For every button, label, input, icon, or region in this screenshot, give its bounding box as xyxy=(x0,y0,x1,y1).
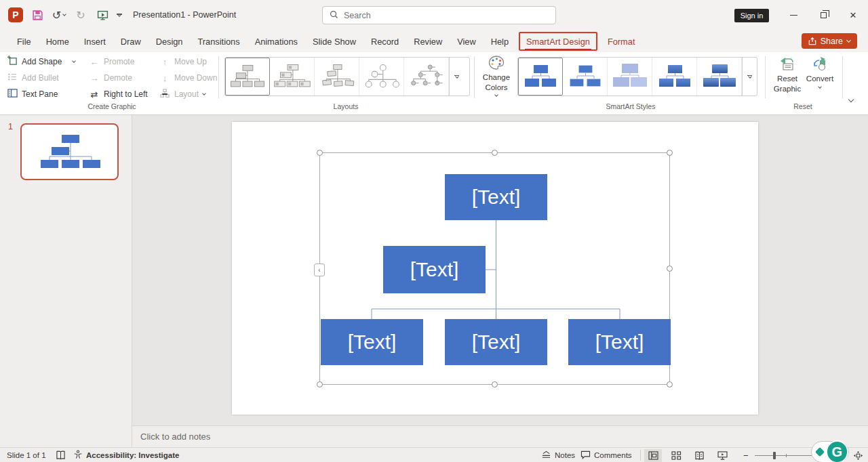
slide-show-view-button[interactable] xyxy=(713,449,731,462)
start-from-beginning-icon[interactable] xyxy=(95,7,110,22)
notes-placeholder: Click to add notes xyxy=(140,432,210,442)
text-pane-button[interactable]: Text Pane xyxy=(7,87,58,102)
redo-icon[interactable]: ↻ xyxy=(73,7,88,22)
demote-icon: → xyxy=(89,73,100,83)
org-node-assistant[interactable]: [Text] xyxy=(383,246,486,293)
style-option-white-outline[interactable] xyxy=(563,58,608,96)
resize-handle-bottom-center[interactable] xyxy=(492,381,498,387)
search-input[interactable] xyxy=(344,11,534,20)
resize-handle-bottom-left[interactable] xyxy=(317,381,323,387)
right-to-left-button[interactable]: ⇄ Right to Left xyxy=(89,87,148,102)
resize-handle-top-center[interactable] xyxy=(492,150,498,156)
text-pane-icon xyxy=(7,88,18,100)
layouts-gallery xyxy=(224,57,470,96)
tab-home[interactable]: Home xyxy=(39,33,77,51)
tab-insert[interactable]: Insert xyxy=(77,33,113,51)
comments-button[interactable]: Comments xyxy=(580,448,632,462)
resize-handle-top-right[interactable] xyxy=(667,150,673,156)
tab-review[interactable]: Review xyxy=(406,33,450,51)
slide-thumbnail-1[interactable] xyxy=(20,123,119,180)
normal-view-button[interactable] xyxy=(644,449,662,462)
powerpoint-app-icon[interactable]: P xyxy=(8,7,23,22)
spell-check-icon[interactable] xyxy=(56,448,66,462)
ribbon-tab-row: File Home Insert Draw Design Transitions… xyxy=(0,30,868,52)
layout-option-circle-org-chart[interactable] xyxy=(359,58,404,96)
org-node-top[interactable]: [Text] xyxy=(445,174,547,220)
layouts-more-button[interactable] xyxy=(449,58,464,96)
collapse-ribbon-icon[interactable] xyxy=(848,97,854,102)
tab-slide-show[interactable]: Slide Show xyxy=(305,33,363,51)
smartart-styles-more-button[interactable] xyxy=(742,58,757,96)
grammarly-widget[interactable]: G xyxy=(811,441,849,462)
convert-button[interactable]: Convert xyxy=(803,56,837,88)
layout-button[interactable]: Layout xyxy=(159,87,205,102)
add-shape-button[interactable]: Add Shape xyxy=(7,54,75,69)
org-node-bottom-left[interactable]: [Text] xyxy=(321,319,423,365)
annotation-highlight-box: SmartArt Design xyxy=(519,32,597,51)
layout-option-org-chart[interactable] xyxy=(225,58,270,96)
slide-number: 1 xyxy=(8,122,13,131)
sign-in-button[interactable]: Sign in xyxy=(734,9,769,22)
group-label-smartart-styles: SmartArt Styles xyxy=(583,102,678,110)
tab-view[interactable]: View xyxy=(450,33,484,51)
slide-canvas[interactable]: [Text] [Text] [Text] [Text] [Text] ‹ xyxy=(232,122,758,415)
tab-smartart-design[interactable]: SmartArt Design xyxy=(525,35,591,50)
add-bullet-icon xyxy=(7,72,18,84)
zoom-slider-thumb[interactable] xyxy=(773,452,776,459)
tab-format[interactable]: Format xyxy=(600,33,643,51)
tab-transitions[interactable]: Transitions xyxy=(191,33,248,51)
reading-view-button[interactable] xyxy=(690,449,708,462)
promote-button[interactable]: ← Promote xyxy=(89,54,134,69)
smartart-selection-frame[interactable]: [Text] [Text] [Text] [Text] [Text] ‹ xyxy=(319,152,670,385)
layout-option-picture-org-chart[interactable] xyxy=(270,58,315,96)
tab-record[interactable]: Record xyxy=(363,33,406,51)
style-option-simple-fill[interactable] xyxy=(518,58,563,96)
layout-option-half-circle-org-chart[interactable] xyxy=(315,58,359,96)
change-colors-button[interactable]: Change Colors xyxy=(477,56,516,96)
close-button[interactable]: ✕ xyxy=(838,0,868,30)
add-shape-icon xyxy=(7,56,18,68)
tab-draw[interactable]: Draw xyxy=(113,33,149,51)
maximize-button[interactable] xyxy=(808,0,838,30)
undo-icon[interactable]: ↺ xyxy=(52,7,66,22)
resize-handle-bottom-right[interactable] xyxy=(667,381,673,387)
style-option-subtle-effect[interactable] xyxy=(608,58,652,96)
layout-option-hierarchy[interactable] xyxy=(404,58,449,96)
org-node-bottom-right[interactable]: [Text] xyxy=(568,319,671,365)
fit-to-window-button[interactable] xyxy=(853,448,863,462)
promote-icon: ← xyxy=(89,57,100,67)
search-box[interactable] xyxy=(322,6,556,24)
move-up-button[interactable]: ↑ Move Up xyxy=(159,54,207,69)
save-icon[interactable] xyxy=(30,7,45,22)
resize-handle-middle-right[interactable] xyxy=(667,266,673,272)
reset-graphic-button[interactable]: Reset Graphic xyxy=(769,56,806,93)
thumbnail-org-chart xyxy=(29,129,111,174)
group-label-reset: Reset xyxy=(769,102,837,110)
tab-design[interactable]: Design xyxy=(149,33,191,51)
zoom-out-icon[interactable]: − xyxy=(743,450,749,461)
comment-icon xyxy=(580,450,591,461)
title-bar: P ↺ ↻ Presentation1 - PowerPoint Sign in… xyxy=(0,0,868,30)
demote-button[interactable]: → Demote xyxy=(89,70,132,85)
ribbon: Add Shape Add Bullet Text Pane ← Promote… xyxy=(0,52,868,115)
notes-pane[interactable]: Click to add notes xyxy=(132,425,868,447)
tab-animations[interactable]: Animations xyxy=(248,33,305,51)
text-pane-toggle-button[interactable]: ‹ xyxy=(314,264,325,276)
grammarly-icon[interactable]: G xyxy=(826,440,848,462)
zoom-slider[interactable] xyxy=(755,455,812,456)
org-node-bottom-center[interactable]: [Text] xyxy=(445,319,547,365)
tab-help[interactable]: Help xyxy=(484,33,516,51)
slide-sorter-view-button[interactable] xyxy=(667,449,685,462)
share-button[interactable]: Share xyxy=(802,33,857,49)
accessibility-checker[interactable]: Accessibility: Investigate xyxy=(73,448,179,462)
customize-qat-icon[interactable] xyxy=(117,14,122,16)
minimize-button[interactable] xyxy=(778,0,808,30)
style-option-moderate-effect[interactable] xyxy=(652,58,697,96)
style-option-intense-effect[interactable] xyxy=(697,58,742,96)
slide-workspace: [Text] [Text] [Text] [Text] [Text] ‹ xyxy=(132,115,868,425)
move-down-button[interactable]: ↓ Move Down xyxy=(159,70,217,85)
resize-handle-top-left[interactable] xyxy=(317,150,323,156)
add-bullet-button[interactable]: Add Bullet xyxy=(7,70,59,85)
tab-file[interactable]: File xyxy=(9,33,39,51)
notes-toggle-button[interactable]: Notes xyxy=(541,448,575,462)
